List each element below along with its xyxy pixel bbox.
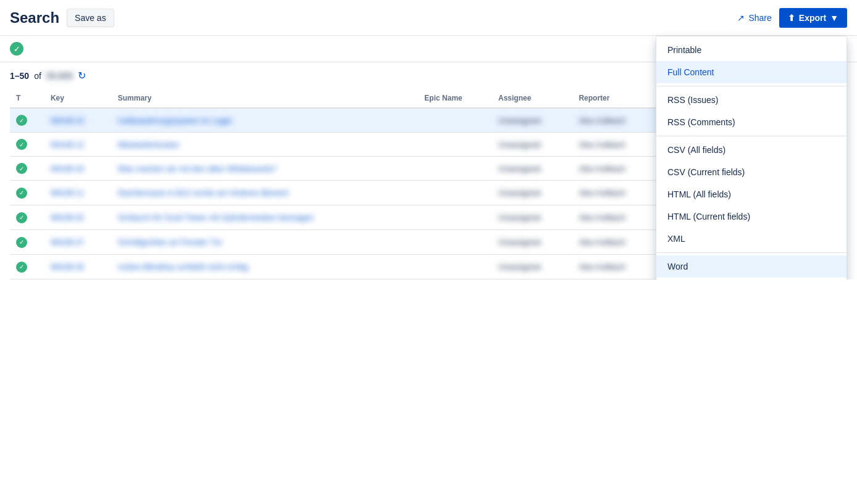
header: Search Save as ↗ Share ⬆ Export ▼ Printa… [0, 0, 857, 36]
cell-epic-name [418, 230, 492, 255]
cell-key: WHUB-32 [44, 205, 112, 230]
export-section-4: Word [656, 253, 847, 279]
status-done-icon: ✓ [16, 115, 27, 126]
cell-type: ✓ [10, 230, 44, 255]
issue-key-link[interactable]: WHUB-36 [51, 263, 84, 271]
export-dropdown-menu: Printable Full Content RSS (Issues) RSS … [656, 36, 847, 279]
cell-type: ✓ [10, 205, 44, 230]
page-title: Search [10, 9, 59, 27]
col-summary: Summary [112, 89, 419, 108]
export-xml[interactable]: XML [656, 228, 847, 250]
issue-key-link[interactable]: WHUB-11 [51, 189, 84, 197]
export-printable[interactable]: Printable [656, 39, 847, 61]
export-html-current[interactable]: HTML (Current fields) [656, 205, 847, 228]
cell-assignee: Unassigned [492, 157, 572, 181]
results-range: 1–50 [10, 71, 29, 81]
status-done-icon: ✓ [16, 237, 27, 248]
cell-reporter: Alex Aufbach [572, 230, 659, 255]
cell-key: WHUB-11 [44, 181, 112, 205]
cell-summary: Schlauch für Gusil Tower mit Zylinderstr… [112, 205, 419, 230]
cell-assignee: Unassigned [492, 255, 572, 279]
cell-reporter: Alex Aufbach [572, 205, 659, 230]
cell-assignee: Unassigned [492, 181, 572, 205]
cell-type: ✓ [10, 255, 44, 279]
cell-key: WHUB-37 [44, 230, 112, 255]
export-rss-issues[interactable]: RSS (Issues) [656, 89, 847, 111]
issue-summary-link[interactable]: Was machen wir mit den alten Whiteboards… [118, 164, 277, 173]
issue-key-link[interactable]: WHUB-34 [51, 165, 84, 173]
cell-key: WHUB-34 [44, 157, 112, 181]
col-key: Key [44, 89, 112, 108]
issue-key-link[interactable]: WHUB-33 [51, 117, 84, 125]
export-section-1: Printable Full Content [656, 36, 847, 86]
status-done-icon: ✓ [16, 139, 27, 150]
search-status-icon: ✓ [10, 42, 23, 56]
issue-summary-link[interactable]: Schrittgrohlen an Fenster Tür [118, 238, 222, 247]
col-epic-name: Epic Name [418, 89, 492, 108]
cell-reporter: Alex Aufbach [572, 108, 659, 133]
export-button[interactable]: ⬆ Export ▼ [779, 8, 847, 28]
export-csv-current[interactable]: CSV (Current fields) [656, 161, 847, 183]
results-of-label: of [34, 71, 41, 81]
cell-assignee: Unassigned [492, 108, 572, 133]
export-full-content[interactable]: Full Content [656, 61, 847, 83]
cell-summary: Außen-Blindhau schließt nicht richtig [112, 255, 419, 279]
issue-key-link[interactable]: WHUB-37 [51, 238, 84, 247]
status-done-icon: ✓ [16, 262, 27, 273]
export-label: Export [799, 13, 826, 23]
header-actions: ↗ Share ⬆ Export ▼ [737, 8, 847, 28]
cell-epic-name [418, 133, 492, 157]
issue-key-link[interactable]: WHUB-12 [51, 141, 84, 149]
share-label: Share [748, 13, 771, 23]
status-done-icon: ✓ [16, 188, 27, 199]
refresh-icon[interactable]: ↻ [78, 70, 86, 81]
export-section-3: CSV (All fields) CSV (Current fields) HT… [656, 136, 847, 253]
cell-reporter: Alex Aufbach [572, 181, 659, 205]
col-assignee: Assignee [492, 89, 572, 108]
cell-reporter: Alex Aufbach [572, 133, 659, 157]
cell-summary: Mitarbeiterkosten [112, 133, 419, 157]
check-icon: ✓ [14, 44, 20, 54]
issue-summary-link[interactable]: Schlauch für Gusil Tower mit Zylinderstr… [118, 213, 314, 222]
col-reporter: Reporter [572, 89, 659, 108]
cell-summary: Aufbewahrungssystem im Lager [112, 108, 419, 133]
issue-summary-link[interactable]: Dachterrasse in B12 rechts am hinteren B… [118, 188, 289, 197]
share-button[interactable]: ↗ Share [737, 13, 771, 23]
cell-epic-name [418, 181, 492, 205]
status-done-icon: ✓ [16, 212, 27, 223]
export-rss-comments[interactable]: RSS (Comments) [656, 111, 847, 133]
chevron-down-icon: ▼ [830, 13, 838, 23]
cell-key: WHUB-36 [44, 255, 112, 279]
cell-summary: Dachterrasse in B12 rechts am hinteren B… [112, 181, 419, 205]
cell-epic-name [418, 255, 492, 279]
issue-summary-link[interactable]: Mitarbeiterkosten [118, 140, 180, 149]
cell-summary: Schrittgrohlen an Fenster Tür [112, 230, 419, 255]
cell-assignee: Unassigned [492, 205, 572, 230]
export-section-2: RSS (Issues) RSS (Comments) [656, 86, 847, 136]
export-html-all[interactable]: HTML (All fields) [656, 183, 847, 205]
share-icon: ↗ [737, 13, 745, 23]
cell-reporter: Alex Aufbach [572, 255, 659, 279]
col-type: T [10, 89, 44, 108]
cell-type: ✓ [10, 108, 44, 133]
cell-epic-name [418, 108, 492, 133]
cell-assignee: Unassigned [492, 230, 572, 255]
issue-summary-link[interactable]: Aufbewahrungssystem im Lager [118, 116, 233, 125]
cell-assignee: Unassigned [492, 133, 572, 157]
save-as-button[interactable]: Save as [67, 9, 114, 27]
cell-epic-name [418, 157, 492, 181]
status-done-icon: ✓ [16, 163, 27, 174]
issue-summary-link[interactable]: Außen-Blindhau schließt nicht richtig [118, 262, 248, 271]
export-csv-all[interactable]: CSV (All fields) [656, 139, 847, 161]
export-word[interactable]: Word [656, 255, 847, 278]
results-total: 99,999 [46, 71, 73, 81]
cell-type: ✓ [10, 181, 44, 205]
cell-key: WHUB-33 [44, 108, 112, 133]
issue-key-link[interactable]: WHUB-32 [51, 213, 84, 222]
cell-reporter: Alex Aufbach [572, 157, 659, 181]
cell-type: ✓ [10, 133, 44, 157]
cell-summary: Was machen wir mit den alten Whiteboards… [112, 157, 419, 181]
cell-key: WHUB-12 [44, 133, 112, 157]
cell-epic-name [418, 205, 492, 230]
cell-type: ✓ [10, 157, 44, 181]
